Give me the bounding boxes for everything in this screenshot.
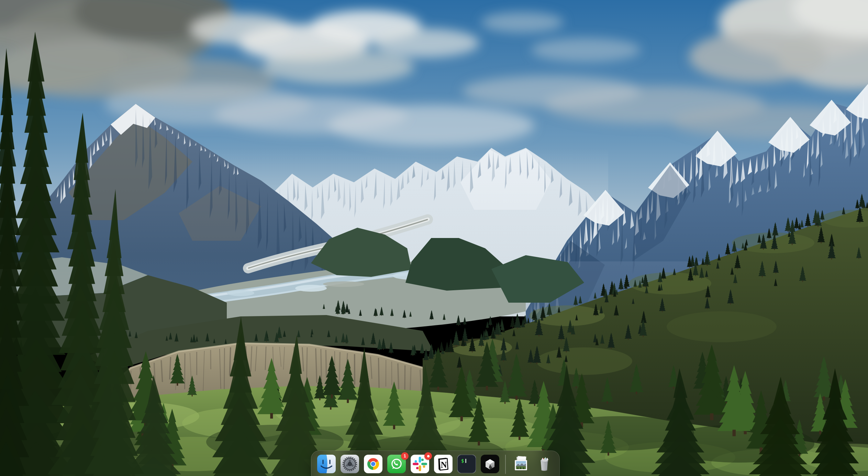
dock: 1 N $ <box>311 451 560 476</box>
desktop-wallpaper <box>0 0 868 476</box>
screen: 1 N $ <box>0 0 868 476</box>
notion-icon: N <box>434 455 453 473</box>
terminal-cursor <box>465 459 466 463</box>
dock-separator <box>505 455 506 474</box>
terminal-icon: $ <box>457 455 476 473</box>
finder-icon <box>317 455 336 473</box>
slack-unread-dot-badge <box>424 452 432 460</box>
dock-item-terminal[interactable]: $ <box>457 455 476 473</box>
unread-dot <box>427 455 430 457</box>
dock-item-notion[interactable]: N <box>434 455 453 473</box>
whatsapp-unread-badge: 1 <box>401 452 409 460</box>
image-file-stack-icon <box>512 455 530 473</box>
terminal-prompt-text: $ <box>461 458 464 464</box>
dock-item-slack[interactable] <box>411 455 429 473</box>
dock-item-finder[interactable] <box>317 455 336 473</box>
dock-item-chrome[interactable] <box>364 455 382 473</box>
dock-item-whatsapp[interactable]: 1 <box>387 455 406 473</box>
dock-item-trash[interactable] <box>535 455 554 473</box>
trash-full-icon <box>535 455 554 473</box>
notion-letter: N <box>441 460 447 469</box>
dock-item-system-settings[interactable] <box>341 455 359 473</box>
dock-item-cursor[interactable] <box>481 455 499 473</box>
system-settings-gear-icon <box>341 455 359 473</box>
cursor-app-icon <box>481 455 499 473</box>
chrome-icon <box>364 455 382 473</box>
dock-item-downloads-image-stack[interactable] <box>512 455 530 473</box>
